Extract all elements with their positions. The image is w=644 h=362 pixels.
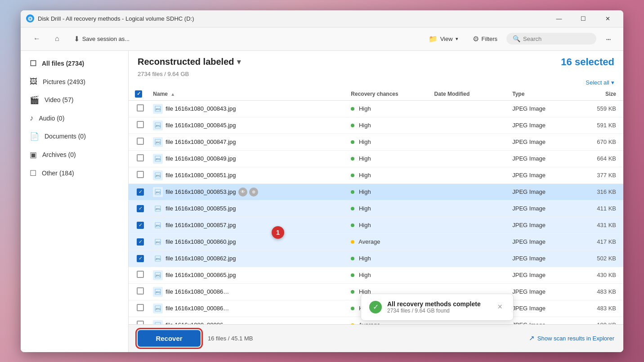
- row-checkbox[interactable]: ✓: [137, 188, 144, 196]
- close-button[interactable]: ✕: [597, 11, 618, 26]
- row-date-cell: [431, 250, 509, 267]
- more-button[interactable]: ···: [600, 31, 616, 47]
- recover-button[interactable]: Recover: [138, 330, 201, 347]
- notification-subtitle: 2734 files / 9.64 GB found: [387, 308, 489, 314]
- home-button[interactable]: ⌂: [49, 32, 65, 45]
- row-checkbox[interactable]: ✓: [137, 238, 144, 246]
- row-recovery-text: High: [359, 105, 371, 112]
- minimize-button[interactable]: —: [549, 11, 569, 26]
- row-checkbox[interactable]: [137, 171, 144, 178]
- sidebar-item-other[interactable]: ☐ Other (184): [21, 164, 128, 183]
- filelist-title-group: Reconstructed labeled ▾: [138, 57, 241, 67]
- svg-text:JPG: JPG: [155, 141, 161, 144]
- svg-text:JPG: JPG: [155, 241, 161, 244]
- header-checkbox[interactable]: ✓: [135, 90, 142, 98]
- window-controls: — ☐ ✕: [549, 11, 618, 26]
- svg-text:JPG: JPG: [155, 291, 161, 294]
- row-checkbox[interactable]: [137, 321, 144, 324]
- row-type-cell: JPEG Image: [509, 200, 577, 217]
- row-checkbox-cell: ✓: [129, 183, 149, 200]
- sidebar-item-video[interactable]: 🎬 Video (57): [21, 91, 128, 109]
- recovery-dot: [351, 157, 354, 161]
- save-icon: ⬇: [74, 35, 80, 43]
- row-filename: file 1616x1080_000847.jpg: [165, 139, 236, 145]
- maximize-button[interactable]: ☐: [573, 11, 594, 26]
- filters-button[interactable]: ⚙ Filters: [467, 32, 503, 46]
- folder-icon: 📁: [429, 35, 438, 43]
- file-icon: JPG: [153, 304, 163, 313]
- row-size-cell: 411 KB: [577, 200, 623, 217]
- sidebar-item-all-files[interactable]: ☐ All files (2734): [21, 54, 128, 73]
- table-row: JPG file 1616x1080_000851.jpg High JPEG …: [129, 167, 623, 183]
- row-filename: file 1616x1080_000851.jpg: [165, 172, 236, 179]
- recovery-dot: [351, 307, 354, 310]
- sidebar-item-video-label: Video (57): [45, 96, 73, 103]
- svg-text:JPG: JPG: [155, 208, 161, 210]
- file-table-wrapper[interactable]: ✓ Name ▲ Recovery chances Date Modified …: [129, 88, 623, 324]
- file-icon: JPG: [153, 320, 163, 324]
- row-checkbox[interactable]: [137, 304, 144, 311]
- table-row: JPG file 1616x1080_000843.jpg High JPEG …: [129, 100, 623, 117]
- main-window: 💿 Disk Drill - All recovery methods - Lo…: [21, 10, 623, 352]
- select-all-label: Select all: [586, 79, 609, 86]
- filelist-header: Reconstructed labeled ▾ 16 selected: [129, 51, 623, 71]
- row-recovery-text: High: [359, 222, 371, 228]
- filelist-selected-group: 16 selected: [561, 56, 614, 68]
- row-checkbox-cell: [129, 283, 149, 300]
- row-recovery-cell: High: [347, 167, 430, 183]
- sidebar-item-other-label: Other (184): [42, 170, 74, 177]
- preview-globe-icon[interactable]: ⊕: [249, 188, 258, 197]
- row-checkbox-cell: ✓: [129, 233, 149, 250]
- select-all-button[interactable]: Select all ▾: [586, 79, 614, 86]
- sidebar-item-pictures[interactable]: 🖼 Pictures (2493): [21, 73, 128, 91]
- notification-popup: ✓ All recovery methods complete 2734 fil…: [361, 294, 514, 321]
- row-checkbox[interactable]: ✓: [137, 222, 144, 229]
- row-size-cell: 483 KB: [577, 283, 623, 300]
- row-checkbox[interactable]: [137, 121, 144, 128]
- row-checkbox[interactable]: [137, 154, 144, 161]
- sidebar-item-documents[interactable]: 📄 Documents (0): [21, 127, 128, 146]
- save-session-button[interactable]: ⬇ Save session as...: [68, 32, 135, 46]
- window-title: Disk Drill - All recovery methods - Logi…: [38, 15, 549, 22]
- sidebar-item-archives-label: Archives (0): [42, 151, 76, 158]
- sidebar-item-documents-label: Documents (0): [45, 133, 86, 140]
- row-checkbox[interactable]: [137, 138, 144, 145]
- row-recovery-text: High: [359, 122, 371, 129]
- row-name-cell: JPG file 1616x1080_000849.jpg: [149, 150, 347, 167]
- row-checkbox[interactable]: [137, 287, 144, 295]
- show-explorer-button[interactable]: ↗ Show scan results in Explorer: [529, 334, 614, 342]
- file-icon: JPG: [153, 270, 163, 280]
- row-recovery-cell: High: [347, 217, 430, 233]
- home-icon: ⌂: [55, 35, 59, 43]
- preview-eye-icon[interactable]: 👁: [238, 188, 247, 197]
- back-button[interactable]: ←: [28, 32, 46, 45]
- notification-text: All recovery methods complete 2734 files…: [387, 300, 489, 314]
- row-recovery-cell: High: [347, 150, 430, 167]
- row-checkbox[interactable]: [137, 104, 144, 112]
- view-button[interactable]: 📁 View ▾: [423, 32, 464, 46]
- audio-icon: ♪: [30, 114, 34, 123]
- sidebar-item-audio[interactable]: ♪ Audio (0): [21, 109, 128, 127]
- notification-close-button[interactable]: ×: [495, 301, 505, 313]
- row-type-cell: JPEG Image: [509, 134, 577, 150]
- row-type-cell: JPEG Image: [509, 183, 577, 200]
- row-checkbox-cell: [129, 317, 149, 324]
- row-name-cell: JPG file 1616x1080_000851.jpg: [149, 167, 347, 183]
- search-input[interactable]: [523, 36, 586, 42]
- filelist-dropdown-icon[interactable]: ▾: [237, 58, 241, 66]
- recovery-dot: [351, 290, 354, 294]
- row-checkbox[interactable]: ✓: [137, 205, 144, 212]
- row-checkbox[interactable]: [137, 271, 144, 278]
- row-name-cell: JPG file 1616x1080_00086…: [149, 300, 347, 317]
- row-checkbox-cell: [129, 267, 149, 283]
- row-checkbox-cell: [129, 100, 149, 117]
- file-icon: JPG: [153, 204, 163, 214]
- row-size-cell: 591 KB: [577, 117, 623, 134]
- sidebar-item-all-files-label: All files (2734): [42, 60, 84, 67]
- sidebar-item-archives[interactable]: ▣ Archives (0): [21, 146, 128, 164]
- recovery-dot: [351, 140, 354, 144]
- table-row: ✓ JPG file 1616x1080_000855.jpg High JPE…: [129, 200, 623, 217]
- row-checkbox[interactable]: ✓: [137, 255, 144, 262]
- row-filename: file 1616x1080_000855.jpg: [165, 205, 236, 212]
- view-chevron-icon: ▾: [456, 36, 458, 42]
